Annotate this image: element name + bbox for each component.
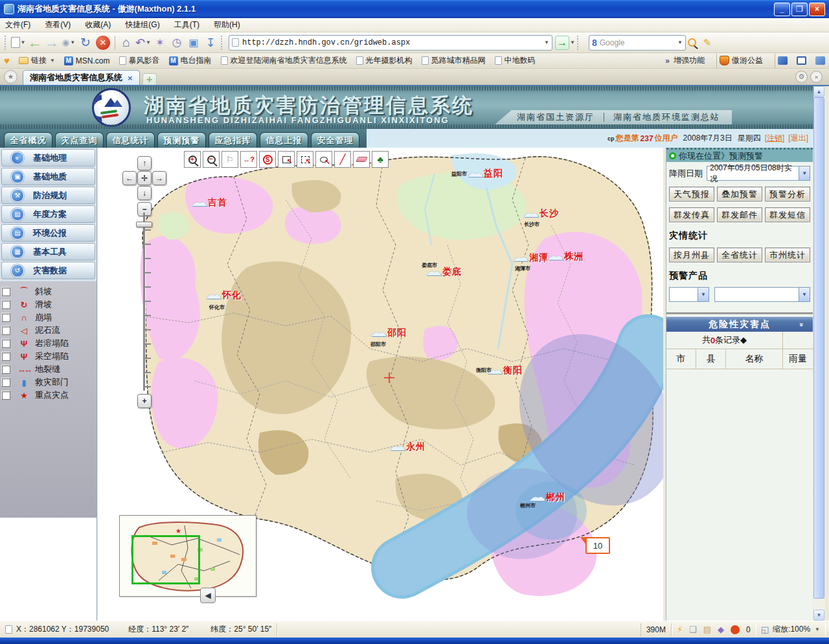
city-marker-loudi[interactable]: 娄底市☁☁娄底 [426, 266, 462, 278]
danger-points-header[interactable]: 危险性灾害点 » [666, 317, 813, 332]
zoom-icon[interactable]: ◱ [761, 625, 769, 634]
nav-tab-security[interactable]: 安全管理 [311, 132, 359, 148]
snapshot-icon[interactable]: ▣ [185, 34, 202, 51]
link-baofeng[interactable]: 暴风影音 [119, 55, 160, 66]
search-box[interactable]: 8 Google ▼ [589, 35, 686, 51]
zoom-in-tool[interactable]: + [184, 151, 201, 168]
chevron-down-icon[interactable]: ▼ [799, 167, 810, 180]
city-marker-jishou[interactable]: ☁☁吉首 [191, 197, 227, 209]
select-circle-tool[interactable]: ↖ [315, 151, 332, 168]
sidebar-item-disaster-data[interactable]: ↺灾害数据 [1, 262, 95, 279]
overview-collapse-button[interactable]: ◀ [200, 588, 216, 603]
restore-button[interactable]: ❐ [791, 3, 808, 16]
nav-tab-overview[interactable]: 全省概况 [4, 132, 52, 148]
city-marker-xiangtan[interactable]: 湘潭市☁☁湘潭 [512, 252, 549, 264]
go-button[interactable]: → [555, 36, 569, 50]
sidebar-item-basic-tools[interactable]: ▦基本工具 [1, 243, 95, 260]
minimize-button[interactable]: _ [774, 3, 790, 16]
rain-date-select[interactable]: 2007年05月05日08时实况 ▼ [707, 166, 810, 181]
pan-down-button[interactable]: ↓ [137, 186, 152, 200]
tab-close-icon[interactable]: × [128, 73, 133, 83]
org-link-1[interactable]: 湖南省国土资源厅 [517, 111, 595, 123]
history-dropdown-icon[interactable]: ◉▼ [60, 34, 77, 51]
city-stats-button[interactable]: 市州统计 [765, 247, 810, 262]
blocked-count-icon[interactable] [731, 625, 740, 634]
city-marker-zhuzhou[interactable]: ☁☁株洲 [547, 251, 584, 262]
charity-link[interactable]: 傲游公益 [720, 55, 763, 66]
overlay-warning-button[interactable]: 叠加预警 [717, 187, 762, 201]
zoom-rect-tool[interactable]: ↖ [278, 151, 295, 168]
chevron-down-icon[interactable]: ▼ [799, 288, 810, 301]
menu-view[interactable]: 查看(V) [45, 19, 71, 30]
zoom-out-tool[interactable]: − [203, 151, 220, 168]
warning-analysis-button[interactable]: 预警分析 [765, 187, 810, 201]
tab-active[interactable]: 湖南省地质灾害信息系统 × [23, 70, 140, 85]
province-stats-button[interactable]: 全省统计 [717, 247, 762, 262]
mass-fax-button[interactable]: 群发传真 [669, 207, 714, 222]
link-msn[interactable]: MMSN.com [64, 56, 110, 65]
city-marker-changsha[interactable]: 长沙市☁☁长沙 [523, 208, 559, 220]
nav-tab-report[interactable]: 信息上报 [260, 132, 308, 148]
links-folder[interactable]: 链接▼ [19, 55, 55, 66]
sidebar-item-prevention-plan[interactable]: ⚒防治规划 [1, 187, 95, 204]
measure-distance-tool[interactable]: ↔? [240, 151, 257, 168]
history-clock-icon[interactable]: ◷ [168, 34, 185, 51]
select-rect-tool[interactable]: ↖ [297, 151, 313, 168]
back-icon[interactable]: ← [27, 34, 43, 51]
weather-forecast-button[interactable]: 天气预报 [669, 187, 714, 201]
zoom-level[interactable]: 缩放:100% [773, 624, 810, 635]
collapse-checkbox[interactable] [2, 314, 10, 322]
nav-tab-emergency[interactable]: 应急指挥 [209, 132, 257, 148]
sidebar-item-annual-plan[interactable]: ▤年度方案 [1, 205, 95, 223]
sidebar-item-base-geography[interactable]: »基础地理 [1, 149, 95, 167]
vertical-scrollbar[interactable]: ▲ ▼ [813, 86, 824, 621]
city-marker-shaoyang[interactable]: 邵阳市☁☁邵阳 [370, 327, 407, 339]
refresh-icon[interactable]: ↻ [77, 34, 94, 51]
chevrons-icon[interactable]: » [798, 322, 806, 326]
address-input[interactable] [242, 38, 543, 47]
window-tool-icon[interactable] [797, 56, 806, 65]
new-tab-button[interactable]: + [142, 73, 157, 85]
product-select-large[interactable]: ▼ [714, 287, 810, 302]
pan-tool[interactable]: ⚐ [221, 151, 238, 168]
sidebar-item-env-bulletin[interactable]: ▤环境公报 [1, 224, 95, 242]
home-icon[interactable]: ⌂ [118, 34, 135, 51]
plugin-icon[interactable]: ◆ [718, 625, 724, 634]
karst-collapse-checkbox[interactable] [2, 339, 10, 348]
zoom-slider-handle[interactable] [136, 222, 152, 227]
sidebar-item-base-geology[interactable]: ▣基础地质 [1, 168, 95, 185]
boost-icon[interactable]: ⚡ [677, 625, 683, 634]
product-select-small[interactable]: ▼ [669, 287, 709, 302]
popup-filter-icon[interactable]: ❑ [689, 625, 697, 634]
scroll-down-icon[interactable]: ▼ [813, 610, 824, 621]
full-extent-tool[interactable]: ♣ [372, 151, 389, 168]
overview-viewport[interactable] [131, 535, 200, 584]
link-photo[interactable]: 光年摄影机构 [356, 55, 413, 66]
search-dropdown-icon[interactable]: ▼ [677, 40, 683, 45]
link-radio[interactable]: M电台指南 [169, 55, 212, 66]
key-point-checkbox[interactable] [2, 391, 10, 400]
notes-icon[interactable] [815, 56, 825, 65]
menu-help[interactable]: 帮助(H) [214, 19, 240, 30]
link-welcome[interactable]: 欢迎登陆湖南省地质灾害信息系统 [221, 55, 347, 66]
new-page-icon[interactable]: ▼ [10, 34, 27, 51]
forward-icon[interactable]: → [43, 34, 60, 51]
go-dropdown-icon[interactable]: ▼ [570, 40, 575, 45]
monthly-county-button[interactable]: 按月州县 [669, 247, 714, 262]
search-go-icon[interactable] [686, 34, 699, 51]
menu-favorites[interactable]: 收藏(A) [85, 19, 111, 30]
zoom-dropdown-icon[interactable]: ▼ [815, 627, 820, 632]
download-icon[interactable]: ↧ [202, 34, 219, 51]
nav-tab-stats[interactable]: 信息统计 [106, 132, 155, 148]
city-marker-huaihua[interactable]: 怀化市☁☁怀化 [205, 290, 242, 301]
tab-settings-icon[interactable]: ⚙ [795, 71, 808, 83]
pan-center-button[interactable]: ✢ [137, 171, 152, 185]
pan-left-button[interactable]: ← [122, 171, 137, 185]
menu-groups[interactable]: 快捷组(G) [125, 19, 159, 30]
scale-tool[interactable]: S [259, 151, 276, 168]
zoom-in-button[interactable]: + [137, 394, 152, 408]
address-dropdown-icon[interactable]: ▼ [544, 40, 549, 45]
menu-file[interactable]: 文件(F) [5, 19, 30, 30]
landslide-checkbox[interactable] [2, 301, 10, 309]
ground-fissure-checkbox[interactable] [2, 365, 10, 374]
